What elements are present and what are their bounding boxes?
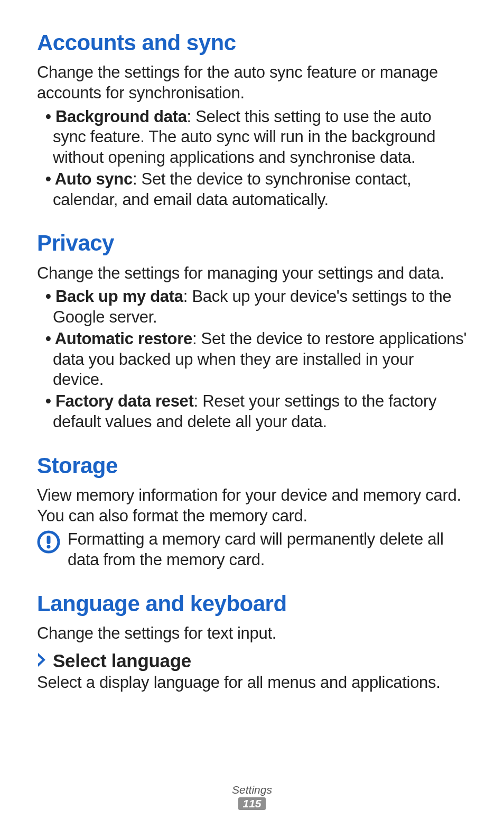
list-item: • Auto sync: Set the device to synchroni… [37, 169, 467, 210]
bullet-icon: • [45, 107, 55, 126]
svg-rect-1 [47, 536, 51, 544]
section-accounts-and-sync: Accounts and sync Change the settings fo… [37, 31, 467, 210]
bullet-list-accounts: • Background data: Select this setting t… [37, 107, 467, 210]
subheading-select-language: Select language [37, 650, 467, 671]
bullet-icon: • [45, 287, 55, 306]
heading-privacy: Privacy [37, 231, 467, 255]
callout-text: Formatting a memory card will permanentl… [68, 529, 467, 571]
heading-accounts-and-sync: Accounts and sync [37, 31, 467, 55]
intro-privacy: Change the settings for managing your se… [37, 263, 467, 284]
list-item: • Background data: Select this setting t… [37, 107, 467, 168]
page-number-badge: 115 [238, 797, 265, 810]
intro-accounts-and-sync: Change the settings for the auto sync fe… [37, 62, 467, 104]
section-privacy: Privacy Change the settings for managing… [37, 231, 467, 432]
warning-icon [37, 530, 60, 556]
item-label: Auto sync [55, 170, 133, 188]
callout-warning: Formatting a memory card will permanentl… [37, 529, 467, 571]
heading-storage: Storage [37, 454, 467, 478]
footer-section-title: Settings [0, 784, 504, 796]
bullet-icon: • [45, 329, 55, 348]
item-label: Back up my data [55, 287, 183, 306]
chevron-right-icon [37, 652, 48, 670]
list-item: • Automatic restore: Set the device to r… [37, 329, 467, 390]
bullet-icon: • [45, 392, 55, 410]
bullet-icon: • [45, 170, 55, 188]
page-content: Accounts and sync Change the settings fo… [0, 0, 504, 693]
section-storage: Storage View memory information for your… [37, 454, 467, 571]
item-label: Factory data reset [55, 392, 194, 410]
item-label: Background data [55, 107, 187, 126]
item-label: Automatic restore [55, 329, 192, 348]
intro-language: Change the settings for text input. [37, 623, 467, 644]
page-footer: Settings 115 [0, 784, 504, 810]
intro-storage: View memory information for your device … [37, 485, 467, 527]
list-item: • Back up my data: Back up your device's… [37, 287, 467, 328]
subheading-label: Select language [53, 650, 191, 671]
section-language-and-keyboard: Language and keyboard Change the setting… [37, 592, 467, 693]
heading-language-and-keyboard: Language and keyboard [37, 592, 467, 616]
svg-point-2 [47, 545, 51, 549]
list-item: • Factory data reset: Reset your setting… [37, 391, 467, 433]
subheading-desc: Select a display language for all menus … [37, 673, 467, 693]
bullet-list-privacy: • Back up my data: Back up your device's… [37, 287, 467, 432]
